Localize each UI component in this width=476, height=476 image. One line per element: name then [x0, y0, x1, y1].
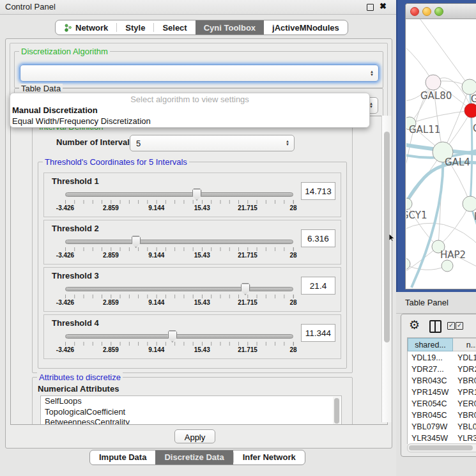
column-header-name[interactable]: n... — [453, 338, 476, 351]
slider-thumb[interactable] — [167, 330, 177, 342]
window-zoom-button[interactable] — [434, 7, 443, 16]
desktop-background: GAL80 GA C GAL11 GAL4 GCY1 H HAP2 — [396, 0, 476, 292]
table-row[interactable]: YDL19...YDL1 — [408, 352, 476, 364]
window-minimize-button[interactable] — [422, 7, 431, 16]
list-item[interactable]: TopologicalCoefficient — [41, 407, 341, 418]
threshold-1-value-field[interactable] — [301, 182, 335, 200]
slider-track[interactable] — [65, 240, 293, 244]
threshold-4-slider[interactable]: -3.426 2.859 9.144 15.43 21.715 28 — [65, 334, 293, 353]
slider-tick-labels: -3.426 2.859 9.144 15.43 21.715 28 — [65, 204, 293, 212]
panel-title: Control Panel — [5, 2, 56, 12]
slider-thumb[interactable] — [192, 188, 202, 201]
node-label-gal11: GAL11 — [409, 124, 440, 135]
threshold-3-panel: Threshold 3 -3.426 2.859 9.144 15.43 — [43, 267, 341, 312]
slider-tick-labels: -3.426 2.859 9.144 15.43 21.715 28 — [65, 252, 293, 259]
tab-infer-network[interactable]: Infer Network — [234, 450, 305, 464]
threshold-2-panel: Threshold 2 -3.426 2.859 9.144 15.43 — [43, 220, 341, 265]
group-title: Discretization Algorithm — [19, 47, 110, 56]
threshold-4-panel: Threshold 4 -3.426 2.859 9.144 15.43 — [43, 314, 341, 359]
window-close-button[interactable] — [410, 7, 419, 16]
network-canvas[interactable]: GAL80 GA C GAL11 GAL4 GCY1 H HAP2 — [406, 19, 476, 288]
network-node-gal80[interactable] — [426, 75, 441, 90]
threshold-label: Threshold 4 — [52, 318, 99, 328]
dropdown-prompt-item[interactable]: Select algorithm to view settings — [10, 93, 369, 105]
table-row[interactable]: YBR043CYBR0 — [408, 375, 476, 387]
network-view-window[interactable]: GAL80 GA C GAL11 GAL4 GCY1 H HAP2 — [405, 3, 476, 289]
node-attribute-table: shared... n... YDL19...YDL1 YDR27...YDR2… — [407, 337, 476, 444]
network-window-titlebar[interactable] — [406, 4, 476, 19]
dropdown-option-equal-width-frequency[interactable]: Equal Width/Frequency Discretization — [10, 116, 369, 127]
node-label-partial: C — [473, 123, 476, 134]
tab-impute-data[interactable]: Impute Data — [90, 450, 155, 464]
threshold-4-value-field[interactable] — [301, 324, 335, 342]
slider-track[interactable] — [65, 287, 293, 291]
split-columns-icon[interactable] — [429, 320, 441, 333]
combo-arrows-icon: ▲▼ — [370, 70, 374, 77]
table-row[interactable]: YPR145WYPR1 — [408, 387, 476, 398]
list-item[interactable]: BetweennessCentrality — [41, 417, 341, 425]
table-row[interactable]: YBL079WYBL0 — [408, 421, 476, 433]
tab-style[interactable]: Style — [117, 20, 153, 35]
threshold-label: Threshold 2 — [52, 224, 99, 233]
threshold-2-value-field[interactable] — [301, 229, 335, 247]
number-of-intervals-combobox[interactable]: 5 ▲▼ — [130, 135, 295, 151]
tab-cyni-toolbox[interactable]: Cyni Toolbox — [196, 20, 264, 35]
checkbox-icon[interactable]: ✓ — [447, 322, 455, 330]
group-title: Table Data — [19, 84, 63, 93]
threshold-2-slider[interactable]: -3.426 2.859 9.144 15.43 21.715 28 — [65, 240, 293, 259]
network-node[interactable] — [406, 258, 410, 270]
table-row[interactable]: YDR27...YDR2 — [408, 364, 476, 375]
table-row[interactable]: YBR045CYBR0 — [408, 410, 476, 421]
table-toolbar: ⚙ ✓ ✓ — [401, 314, 476, 337]
network-nodes — [406, 75, 476, 272]
node-label-gcy1: GCY1 — [406, 210, 427, 221]
algorithm-combobox[interactable]: ▲▼ — [20, 65, 379, 82]
network-graph: GAL80 GA C GAL11 GAL4 GCY1 H HAP2 — [406, 19, 476, 288]
table-panel-title: Table Panel — [396, 292, 476, 314]
network-node-selected-red[interactable] — [464, 104, 476, 118]
discretization-algorithm-group: Discretization Algorithm ▲▼ — [14, 51, 383, 88]
horizontal-scrollbar[interactable] — [407, 443, 476, 452]
algorithm-dropdown-popup: Select algorithm to view settings Manual… — [10, 93, 370, 128]
tab-select[interactable]: Select — [154, 20, 195, 35]
apply-button[interactable]: Apply — [174, 429, 215, 443]
node-label-partial: GA — [471, 93, 476, 105]
table-row[interactable]: YLR345WYLR3 — [408, 433, 476, 444]
tab-network[interactable]: Network — [56, 20, 116, 35]
network-node[interactable] — [463, 196, 476, 211]
tab-discretize-data[interactable]: Discretize Data — [155, 450, 233, 464]
network-node-gcy1[interactable] — [406, 198, 412, 210]
cyni-toolbox-panel: Discretization Algorithm ▲▼ Table Data g… — [5, 38, 392, 449]
bottom-tab-bar: Impute Data Discretize Data Infer Networ… — [89, 450, 305, 465]
network-node[interactable] — [441, 260, 453, 272]
threshold-1-panel: Threshold 1 -3.426 2.859 9.144 15.43 — [43, 173, 341, 217]
table-row[interactable]: YER054CYER0 — [408, 398, 476, 410]
gear-icon[interactable]: ⚙ — [409, 318, 420, 332]
node-label-gal80: GAL80 — [420, 90, 452, 102]
group-title: Attributes to discretize — [37, 372, 123, 382]
top-tab-bar: Network Style Select Cyni Toolbox jActiv… — [55, 20, 348, 35]
slider-thumb[interactable] — [131, 236, 141, 248]
threshold-3-slider[interactable]: -3.426 2.859 9.144 15.43 21.715 28 — [65, 287, 293, 306]
slider-ticks — [65, 295, 294, 298]
checkbox-icon[interactable]: ✓ — [456, 322, 463, 330]
slider-track[interactable] — [65, 334, 293, 339]
slider-thumb[interactable] — [241, 283, 250, 295]
tab-label: Network — [75, 23, 108, 33]
network-node[interactable] — [462, 79, 476, 95]
list-item[interactable]: SelfLoops — [41, 396, 341, 407]
threshold-3-value-field[interactable] — [301, 277, 335, 295]
slider-tick-labels: -3.426 2.859 9.144 15.43 21.715 28 — [65, 299, 293, 307]
slider-track[interactable] — [65, 192, 293, 197]
list-scrollbar[interactable] — [333, 397, 341, 425]
node-label-hap2: HAP2 — [440, 249, 466, 261]
threshold-1-slider[interactable]: -3.426 2.859 9.144 15.43 21.715 28 — [65, 192, 293, 211]
column-header-shared-name[interactable]: shared... — [408, 338, 453, 351]
float-panel-icon[interactable] — [367, 4, 374, 11]
dropdown-option-manual-discretization[interactable]: Manual Discretization — [10, 105, 369, 116]
control-panel-header: Control Panel ✖ — [0, 0, 396, 15]
slider-ticks — [65, 200, 294, 204]
close-panel-icon[interactable]: ✖ — [380, 1, 387, 11]
tab-jactivemnodules[interactable]: jActiveMNodules — [264, 20, 348, 35]
vertical-scrollbar[interactable] — [381, 116, 392, 422]
